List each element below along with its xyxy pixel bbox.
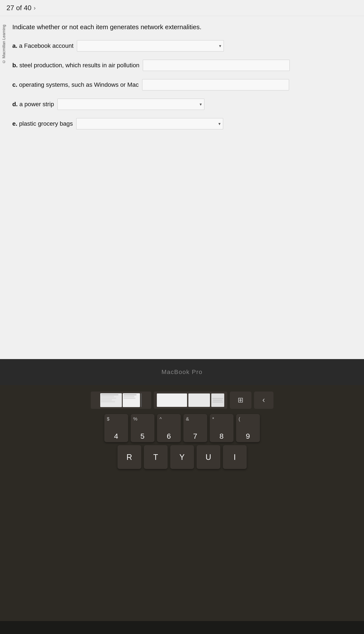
macbook-brand-bar: MacBook Pro: [0, 359, 364, 385]
key-7[interactable]: & 7: [184, 414, 207, 442]
key-8-top: *: [212, 416, 214, 422]
dropdown-wrapper-b[interactable]: Yes, generates network externalities No,…: [143, 60, 290, 71]
key-r[interactable]: R: [118, 445, 141, 469]
key-5-top: %: [133, 416, 138, 422]
question-item-e: e. plastic grocery bags Yes, generates n…: [12, 118, 351, 129]
dropdown-select-d[interactable]: Yes, generates network externalities No,…: [58, 99, 204, 110]
dropdown-wrapper-a[interactable]: Yes, generates network externalities No,…: [77, 40, 224, 52]
dropdown-select-a[interactable]: Yes, generates network externalities No,…: [77, 40, 224, 52]
key-4-top: $: [107, 416, 110, 422]
item-label-e: e. plastic grocery bags: [12, 120, 73, 127]
key-7-top: &: [186, 416, 189, 422]
progress-text: 27 of 40: [6, 4, 32, 12]
dropdown-select-b[interactable]: Yes, generates network externalities No,…: [143, 60, 290, 71]
touchbar-row: ⊞ ‹: [4, 391, 360, 409]
key-r-label: R: [126, 453, 132, 462]
chevron-left-icon: ‹: [262, 395, 265, 404]
key-u-label: U: [206, 453, 211, 462]
question-content: Indicate whether or not each item genera…: [8, 16, 364, 385]
function-btn-grid[interactable]: ⊞: [230, 391, 252, 409]
dropdown-select-e[interactable]: Yes, generates network externalities No,…: [76, 118, 223, 129]
key-y-label: Y: [179, 453, 184, 462]
number-row: $ 4 % 5 ^ 6 & 7 * 8 ( 9: [104, 414, 260, 442]
key-9-bottom: 9: [246, 432, 250, 441]
question-item-d: d. a power strip Yes, generates network …: [12, 99, 351, 110]
key-7-bottom: 7: [193, 432, 197, 441]
key-5-bottom: 5: [140, 432, 144, 441]
dropdown-wrapper-c[interactable]: Yes, generates network externalities No,…: [142, 79, 289, 90]
key-i-label: I: [234, 453, 236, 462]
key-4[interactable]: $ 4: [104, 414, 128, 442]
function-btn-chevron[interactable]: ‹: [254, 391, 274, 409]
key-6-top: ^: [160, 416, 162, 422]
macbook-brand-text: MacBook Pro: [161, 369, 202, 375]
key-6-bottom: 6: [167, 432, 171, 441]
question-instruction: Indicate whether or not each item genera…: [12, 23, 351, 32]
grid-icon: ⊞: [238, 396, 244, 404]
keyboard-area: ⊞ ‹ $ 4 % 5 ^ 6 & 7 * 8 ( 9: [0, 385, 364, 634]
key-4-bottom: 4: [114, 432, 118, 441]
copyright-label: © Macmillan Learning: [0, 20, 8, 68]
key-t-label: T: [154, 453, 158, 462]
key-y[interactable]: Y: [170, 445, 194, 469]
key-6[interactable]: ^ 6: [157, 414, 181, 442]
touchbar-thumb-1: [91, 391, 151, 409]
item-label-d: d. a power strip: [12, 101, 54, 108]
content-area: © Macmillan Learning Indicate whether or…: [0, 16, 364, 385]
question-item-c: c. operating systems, such as Windows or…: [12, 79, 351, 90]
key-9[interactable]: ( 9: [236, 414, 260, 442]
screen: 27 of 40 › © Macmillan Learning Indicate…: [0, 0, 364, 385]
item-label-c: c. operating systems, such as Windows or…: [12, 81, 139, 88]
dropdown-wrapper-d[interactable]: Yes, generates network externalities No,…: [58, 99, 204, 110]
key-i[interactable]: I: [223, 445, 247, 469]
key-t[interactable]: T: [144, 445, 168, 469]
key-8[interactable]: * 8: [210, 414, 234, 442]
question-item-a: a. a Facebook account Yes, generates net…: [12, 40, 351, 52]
item-label-b: b. steel production, which results in ai…: [12, 62, 139, 69]
letter-row: R T Y U I: [118, 445, 247, 469]
touchbar-thumb-2: [154, 391, 227, 409]
key-5[interactable]: % 5: [131, 414, 154, 442]
dropdown-wrapper-e[interactable]: Yes, generates network externalities No,…: [76, 118, 223, 129]
dropdown-select-c[interactable]: Yes, generates network externalities No,…: [142, 79, 289, 90]
key-9-top: (: [239, 416, 240, 422]
item-label-a: a. a Facebook account: [12, 42, 74, 49]
question-item-b: b. steel production, which results in ai…: [12, 60, 351, 71]
top-bar: 27 of 40 ›: [0, 0, 364, 16]
key-u[interactable]: U: [196, 445, 220, 469]
key-8-bottom: 8: [220, 432, 224, 441]
bottom-bar: [0, 621, 364, 634]
chevron-right-icon: ›: [34, 5, 36, 12]
